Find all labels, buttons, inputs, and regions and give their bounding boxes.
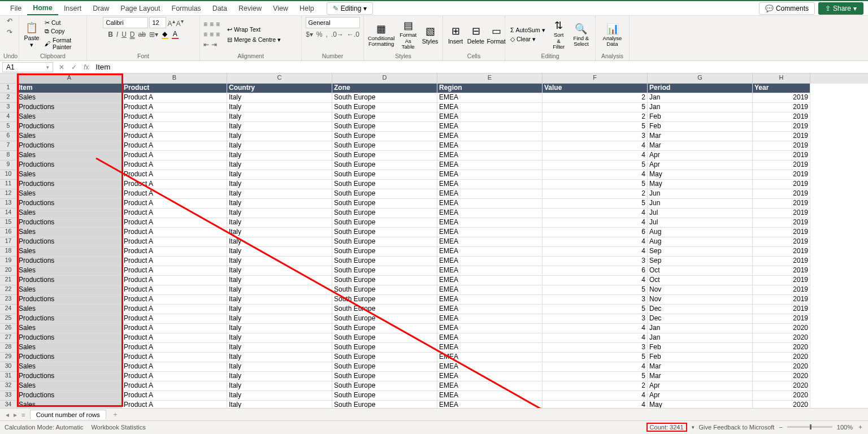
cell[interactable]: Product A	[122, 295, 227, 305]
cell[interactable]: Italy	[227, 353, 332, 362]
cell[interactable]: Product A	[122, 333, 227, 343]
cell[interactable]: Feb	[648, 343, 753, 353]
formula-input[interactable]	[92, 62, 868, 72]
underline-button[interactable]: U	[121, 31, 127, 38]
cell[interactable]: South Europe	[332, 247, 437, 257]
cell[interactable]: Period	[648, 84, 753, 93]
cell[interactable]: Product A	[122, 228, 227, 237]
cell[interactable]: 6	[542, 266, 648, 276]
cell[interactable]: Italy	[227, 237, 332, 247]
cell[interactable]: Productions	[17, 180, 122, 189]
zoom-slider[interactable]	[787, 426, 832, 428]
tab-review[interactable]: Review	[233, 2, 267, 15]
cell[interactable]: 2019	[753, 314, 810, 324]
tab-view[interactable]: View	[267, 2, 294, 15]
cell[interactable]: 2	[542, 112, 648, 122]
number-format-combo[interactable]	[306, 17, 360, 28]
cell[interactable]: Productions	[17, 353, 122, 362]
table-row[interactable]: 25ProductionsProduct AItalySouth EuropeE…	[0, 314, 868, 324]
cell[interactable]: 2020	[753, 324, 810, 333]
cell[interactable]: 3	[542, 257, 648, 266]
cell[interactable]: EMEA	[437, 141, 542, 151]
tab-help[interactable]: Help	[294, 2, 320, 15]
cell[interactable]: Oct	[648, 266, 753, 276]
workbook-stats-label[interactable]: Workbook Statistics	[91, 424, 145, 431]
cell[interactable]: 2019	[753, 112, 810, 122]
cell[interactable]: Italy	[227, 112, 332, 122]
cell[interactable]: South Europe	[332, 189, 437, 199]
format-painter-button[interactable]: 🖌Format Painter	[43, 36, 83, 51]
font-size-combo[interactable]	[149, 17, 166, 28]
row-header[interactable]: 5	[0, 122, 17, 132]
sheet-prev-button[interactable]: ◂	[3, 411, 11, 419]
cell[interactable]: South Europe	[332, 305, 437, 314]
table-row[interactable]: 9ProductionsProduct AItalySouth EuropeEM…	[0, 160, 868, 170]
table-row[interactable]: 27ProductionsProduct AItalySouth EuropeE…	[0, 333, 868, 343]
cell[interactable]: Italy	[227, 218, 332, 228]
table-row[interactable]: 4SalesProduct AItalySouth EuropeEMEA2Feb…	[0, 112, 868, 122]
cell[interactable]: South Europe	[332, 93, 437, 103]
table-row[interactable]: 22SalesProduct AItalySouth EuropeEMEA5No…	[0, 285, 868, 295]
cell[interactable]: Jan	[648, 93, 753, 103]
cell[interactable]: South Europe	[332, 237, 437, 247]
cell[interactable]: South Europe	[332, 295, 437, 305]
table-row[interactable]: 29ProductionsProduct AItalySouth EuropeE…	[0, 353, 868, 362]
cell[interactable]: 2019	[753, 247, 810, 257]
table-row[interactable]: 2SalesProduct AItalySouth EuropeEMEA2Jan…	[0, 93, 868, 103]
cell[interactable]: 4	[542, 247, 648, 257]
borders-button[interactable]: ⊞▾	[149, 31, 158, 38]
cell[interactable]: Product A	[122, 189, 227, 199]
cell[interactable]: Product A	[122, 199, 227, 209]
row-header[interactable]: 19	[0, 257, 17, 266]
cell[interactable]: Jan	[648, 324, 753, 333]
format-as-table-button[interactable]: ▤Format As Table	[397, 18, 419, 51]
table-row[interactable]: 34SalesProduct AItalySouth EuropeEMEA4Ma…	[0, 401, 868, 408]
col-header-E[interactable]: E	[437, 73, 542, 84]
cell[interactable]: Feb	[648, 353, 753, 362]
cell[interactable]: 2020	[753, 381, 810, 391]
cell[interactable]: Product A	[122, 285, 227, 295]
cell[interactable]: South Europe	[332, 103, 437, 112]
cell[interactable]: EMEA	[437, 237, 542, 247]
cell[interactable]: Product A	[122, 257, 227, 266]
cell[interactable]: South Europe	[332, 266, 437, 276]
cell[interactable]: EMEA	[437, 266, 542, 276]
cell[interactable]: 2020	[753, 353, 810, 362]
cell[interactable]: 2019	[753, 218, 810, 228]
cell[interactable]: 5	[542, 160, 648, 170]
editing-mode-dropdown[interactable]: ✎ Editing ▾	[327, 2, 374, 15]
row-header[interactable]: 28	[0, 343, 17, 353]
cell[interactable]: Apr	[648, 381, 753, 391]
cell[interactable]: 4	[542, 218, 648, 228]
cell[interactable]: South Europe	[332, 170, 437, 180]
italic-button[interactable]: I	[116, 31, 118, 38]
cell[interactable]: 5	[542, 353, 648, 362]
cell[interactable]: Sales	[17, 401, 122, 408]
cell[interactable]: EMEA	[437, 112, 542, 122]
cell-styles-button[interactable]: ▧Styles	[421, 23, 439, 46]
sheet-tab-active[interactable]: Count number of rows	[30, 410, 106, 419]
cell[interactable]: EMEA	[437, 324, 542, 333]
double-underline-button[interactable]: D	[130, 31, 135, 38]
cell[interactable]: Aug	[648, 228, 753, 237]
cell[interactable]: Productions	[17, 295, 122, 305]
cell[interactable]: EMEA	[437, 381, 542, 391]
cell[interactable]: EMEA	[437, 228, 542, 237]
cell[interactable]: Product A	[122, 305, 227, 314]
row-header[interactable]: 6	[0, 132, 17, 141]
tab-file[interactable]: File	[5, 2, 27, 15]
cell[interactable]: 2019	[753, 266, 810, 276]
row-header[interactable]: 8	[0, 151, 17, 160]
undo-icon[interactable]: ↶	[7, 17, 12, 25]
cell[interactable]: EMEA	[437, 333, 542, 343]
row-header[interactable]: 10	[0, 170, 17, 180]
row-header[interactable]: 32	[0, 381, 17, 391]
cell[interactable]: Italy	[227, 257, 332, 266]
cell[interactable]: Productions	[17, 372, 122, 381]
cell[interactable]: Apr	[648, 151, 753, 160]
cell[interactable]: South Europe	[332, 381, 437, 391]
cell[interactable]: Dec	[648, 305, 753, 314]
cell[interactable]: Product A	[122, 314, 227, 324]
row-header[interactable]: 4	[0, 112, 17, 122]
cell[interactable]: EMEA	[437, 93, 542, 103]
